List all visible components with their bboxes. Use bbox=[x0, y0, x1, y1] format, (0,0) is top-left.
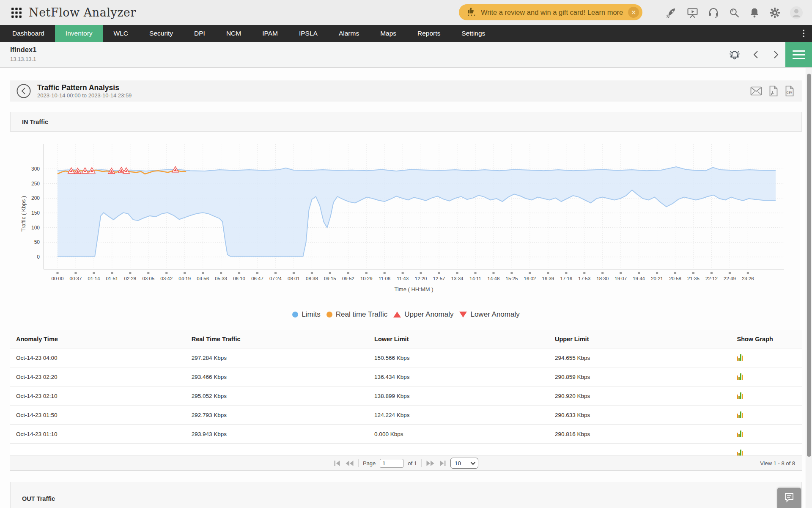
cell-upper-limit: 294.655 Kbps bbox=[555, 355, 737, 361]
notifications-bell-icon[interactable] bbox=[749, 7, 760, 18]
col-real-time-traffic: Real Time Traffic bbox=[192, 336, 374, 342]
show-graph-icon[interactable] bbox=[737, 373, 802, 381]
app-grid-icon[interactable] bbox=[11, 7, 22, 18]
svg-text:200: 200 bbox=[31, 195, 40, 201]
cell-real-time-traffic: 292.793 Kbps bbox=[192, 412, 374, 418]
nav-item-maps[interactable]: Maps bbox=[370, 25, 407, 42]
nav-item-reports[interactable]: Reports bbox=[407, 25, 451, 42]
legend-item-real-time-traffic[interactable]: Real time Traffic bbox=[326, 310, 388, 319]
svg-text:22:49: 22:49 bbox=[724, 276, 736, 281]
show-graph-icon[interactable] bbox=[737, 411, 802, 420]
view-range-label: View 1 - 8 of 8 bbox=[760, 460, 795, 467]
legend-item-limits[interactable]: Limits bbox=[292, 310, 320, 319]
legend-item-upper-anomaly[interactable]: Upper Anomaly bbox=[393, 310, 453, 319]
main-nav: Dashboard Inventory WLC Security DPI NCM… bbox=[0, 25, 812, 42]
legend-label: Limits bbox=[302, 310, 320, 319]
svg-text:13:34: 13:34 bbox=[451, 276, 464, 281]
svg-text:00:00: 00:00 bbox=[52, 276, 64, 281]
nav-overflow-kebab-icon[interactable] bbox=[799, 25, 808, 42]
show-graph-icon[interactable] bbox=[737, 353, 802, 362]
svg-text:04:19: 04:19 bbox=[178, 276, 191, 281]
svg-text:03:42: 03:42 bbox=[160, 276, 173, 281]
review-banner[interactable]: ★ ★ ★ Write a review and win a gift card… bbox=[459, 4, 642, 20]
training-presentation-icon[interactable] bbox=[687, 7, 698, 18]
main-content: Traffic Pattern Analysis 2023-10-14 00:0… bbox=[0, 68, 812, 508]
nav-item-alarms[interactable]: Alarms bbox=[328, 25, 370, 42]
page-of-label: of 1 bbox=[408, 460, 417, 467]
cell-anomaly-time: Oct-14-23 02:20 bbox=[10, 374, 192, 380]
report-date-range: 2023-10-14 00:00 to 2023-10-14 23:59 bbox=[37, 92, 132, 99]
svg-text:08:01: 08:01 bbox=[288, 276, 300, 281]
svg-text:19:07: 19:07 bbox=[614, 276, 627, 281]
nav-item-wlc[interactable]: WLC bbox=[103, 25, 139, 42]
nav-item-ipsla[interactable]: IPSLA bbox=[288, 25, 328, 42]
chevron-down-icon bbox=[471, 460, 475, 465]
col-anomaly-time: Anomaly Time bbox=[10, 336, 192, 342]
next-interface-chevron-icon[interactable] bbox=[771, 50, 780, 59]
page-scrollbar[interactable] bbox=[806, 68, 812, 508]
device-title: IfIndex1 bbox=[10, 46, 36, 54]
svg-text:07:24: 07:24 bbox=[269, 276, 282, 281]
show-graph-icon[interactable] bbox=[737, 392, 802, 400]
svg-text:04:56: 04:56 bbox=[197, 276, 209, 281]
last-page-icon[interactable] bbox=[439, 460, 446, 467]
legend-label: Upper Anomaly bbox=[404, 310, 453, 319]
alarm-bell-icon[interactable] bbox=[728, 48, 741, 61]
scrollbar-thumb[interactable] bbox=[807, 74, 811, 457]
svg-text:06:47: 06:47 bbox=[251, 276, 263, 281]
review-banner-text[interactable]: Write a review and win a gift card! Lear… bbox=[481, 8, 623, 17]
nav-item-ipam[interactable]: IPAM bbox=[252, 25, 288, 42]
svg-text:100: 100 bbox=[31, 225, 40, 231]
anomaly-table: Anomaly Time Real Time Traffic Lower Lim… bbox=[10, 330, 802, 456]
page-label: Page bbox=[363, 460, 376, 467]
device-subheader: IfIndex1 13.13.13.1 bbox=[0, 42, 812, 68]
nav-item-ncm[interactable]: NCM bbox=[216, 25, 252, 42]
page-size-select[interactable]: 10 bbox=[450, 458, 478, 469]
in-traffic-label: IN Traffic bbox=[22, 119, 48, 125]
back-button[interactable] bbox=[16, 83, 31, 99]
svg-text:22:12: 22:12 bbox=[705, 276, 718, 281]
svg-text:15:25: 15:25 bbox=[506, 276, 518, 281]
svg-text:16:02: 16:02 bbox=[524, 276, 536, 281]
table-body: Oct-14-23 04:00297.284 Kbps150.566 Kbps2… bbox=[10, 348, 802, 456]
nav-item-dpi[interactable]: DPI bbox=[184, 25, 216, 42]
svg-text:00:37: 00:37 bbox=[70, 276, 82, 281]
support-headset-icon[interactable] bbox=[708, 7, 719, 18]
out-traffic-section-header: OUT Traffic bbox=[10, 482, 802, 508]
app-title: NetFlow Analyzer bbox=[29, 6, 136, 19]
table-row: Oct-14-23 04:00297.284 Kbps150.566 Kbps2… bbox=[10, 348, 802, 367]
settings-gear-icon[interactable] bbox=[769, 7, 780, 18]
triangle-up-swatch bbox=[393, 312, 401, 318]
svg-text:20:21: 20:21 bbox=[651, 276, 663, 281]
legend-item-lower-anomaly[interactable]: Lower Anomaly bbox=[459, 310, 519, 319]
cell-real-time-traffic: 295.052 Kbps bbox=[192, 393, 374, 399]
out-traffic-label: OUT Traffic bbox=[22, 495, 55, 502]
show-graph-icon[interactable] bbox=[737, 449, 802, 456]
banner-close-icon[interactable]: ✕ bbox=[628, 7, 639, 18]
export-csv-icon[interactable]: CSV bbox=[785, 86, 794, 97]
nav-item-settings[interactable]: Settings bbox=[451, 25, 496, 42]
svg-text:18:30: 18:30 bbox=[596, 276, 609, 281]
feedback-chat-button[interactable] bbox=[777, 488, 801, 508]
nav-item-inventory[interactable]: Inventory bbox=[55, 25, 103, 42]
circle-swatch bbox=[326, 312, 332, 318]
nav-item-dashboard[interactable]: Dashboard bbox=[2, 25, 55, 42]
next-page-icon[interactable] bbox=[426, 460, 435, 467]
panel-hamburger-button[interactable] bbox=[785, 42, 812, 67]
traffic-pattern-chart[interactable]: 05010015020025030000:0000:3701:1401:5102… bbox=[10, 133, 802, 298]
legend-label: Lower Anomaly bbox=[470, 310, 519, 319]
whats-new-rocket-icon[interactable] bbox=[666, 7, 677, 18]
show-graph-icon[interactable] bbox=[737, 430, 802, 439]
page-number-input[interactable] bbox=[380, 459, 403, 468]
prev-page-icon[interactable] bbox=[345, 460, 354, 467]
first-page-icon[interactable] bbox=[334, 460, 341, 467]
email-report-icon[interactable] bbox=[750, 86, 762, 96]
svg-text:21:35: 21:35 bbox=[687, 276, 700, 281]
svg-text:★ ★ ★: ★ ★ ★ bbox=[467, 14, 475, 17]
search-icon[interactable] bbox=[729, 7, 740, 18]
export-pdf-icon[interactable] bbox=[769, 86, 778, 97]
prev-interface-chevron-icon[interactable] bbox=[752, 50, 760, 59]
nav-item-security[interactable]: Security bbox=[139, 25, 184, 42]
user-avatar[interactable] bbox=[790, 6, 803, 19]
report-title: Traffic Pattern Analysis bbox=[37, 83, 132, 92]
